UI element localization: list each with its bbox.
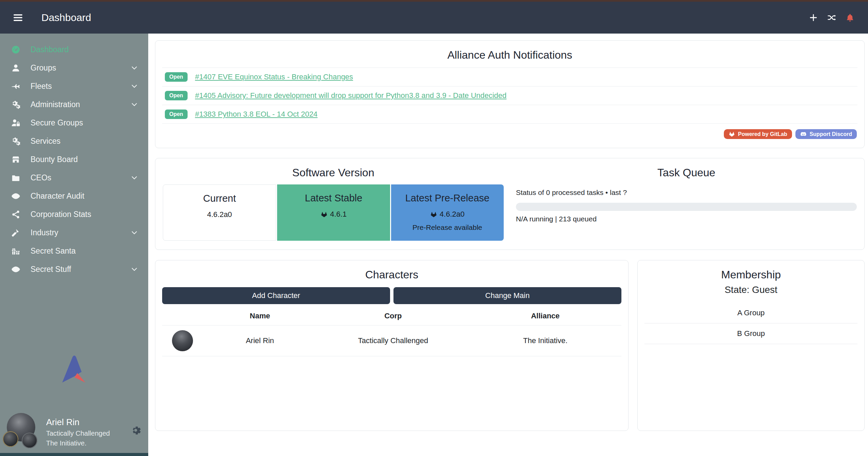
add-character-button[interactable]: Add Character [162, 287, 390, 304]
notification-link[interactable]: #1405 Advisory: Future development will … [195, 91, 506, 100]
sidebar-item-character-audit[interactable]: Character Audit [0, 187, 148, 205]
sidebar-item-corporation-stats[interactable]: Corporation Stats [0, 205, 148, 223]
sidebar-item-ceos[interactable]: CEOs [0, 168, 148, 187]
version-taskqueue-panel: Software Version Current4.6.2a0Latest St… [155, 158, 865, 250]
membership-panel: Membership State: Guest A GroupB Group [637, 260, 865, 431]
membership-title: Membership [638, 269, 864, 281]
change-main-button[interactable]: Change Main [393, 287, 621, 304]
version-note: Pre-Release available [391, 223, 504, 232]
character-portrait [172, 330, 193, 351]
sidebar-item-label: Secret Santa [31, 246, 76, 256]
sidebar-item-dashboard[interactable]: Dashboard [0, 40, 148, 59]
sidebar-toggle-button[interactable] [10, 10, 26, 25]
notifications-panel: Alliance Auth Notifications Open#1407 EV… [155, 40, 865, 148]
user-corp: Tactically Challenged [46, 430, 124, 437]
user-settings-button[interactable] [131, 425, 141, 436]
sidebar-item-label: Secure Groups [31, 118, 83, 127]
tachometer-icon [11, 45, 20, 54]
notifications-button[interactable] [842, 10, 858, 25]
sidebar-item-bounty-board[interactable]: Bounty Board [0, 150, 148, 168]
sidebar-item-secret-stuff[interactable]: Secret Stuff [0, 260, 148, 278]
cogs-icon [11, 137, 20, 146]
character-name: Ariel Rin [203, 331, 317, 350]
notification-link[interactable]: #1407 EVE Equinox Status - Breaking Chan… [195, 73, 353, 81]
gitlab-badge[interactable]: Powered by GitLab [724, 129, 792, 139]
gitlab-icon [430, 211, 437, 218]
fighter-jet-icon [11, 82, 20, 91]
hammer-icon [11, 228, 20, 237]
character-corp: Tactically Challenged [317, 331, 469, 350]
chevron-down-icon [131, 64, 138, 72]
character-alliance: The Initiative. [469, 331, 621, 350]
plus-icon [809, 13, 818, 22]
external-badges-row: Powered by GitLabSupport Discord [155, 124, 864, 146]
version-boxes: Current4.6.2a0Latest Stable4.6.1Latest P… [163, 184, 504, 241]
column-name: Name [203, 306, 317, 325]
notification-row: Open#1405 Advisory: Future development w… [162, 86, 857, 105]
sidebar-item-services[interactable]: Services [0, 132, 148, 150]
notification-row: Open#1407 EVE Equinox Status - Breaking … [162, 68, 857, 86]
software-version-section: Software Version Current4.6.2a0Latest St… [163, 158, 504, 243]
shuffle-icon [827, 13, 836, 22]
user-icon [11, 63, 20, 73]
sidebar-item-administration[interactable]: Administration [0, 95, 148, 114]
sidebar-item-fleets[interactable]: Fleets [0, 77, 148, 95]
characters-table-body: Ariel RinTactically ChallengedThe Initia… [162, 325, 621, 356]
sidebar-item-secure-groups[interactable]: Secure Groups [0, 114, 148, 132]
sidebar-item-label: Corporation Stats [31, 210, 91, 219]
sidebar-item-industry[interactable]: Industry [0, 223, 148, 242]
badge-label: Powered by GitLab [738, 131, 787, 137]
version-value: 4.6.1 [277, 210, 390, 219]
status-badge: Open [165, 72, 188, 82]
version-value: 4.6.2a0 [391, 210, 504, 219]
sidebar-item-label: CEOs [31, 173, 51, 182]
column-avatar [162, 311, 203, 321]
status-badge: Open [165, 110, 188, 119]
status-badge: Open [165, 91, 188, 100]
characters-panel: Characters Add Character Change Main Nam… [155, 260, 629, 431]
hamburger-icon [13, 13, 23, 23]
badge-label: Support Discord [810, 131, 852, 137]
gear-icon [131, 425, 141, 435]
sidebar: DashboardGroupsFleetsAdministrationSecur… [0, 34, 148, 456]
sidebar-item-label: Secret Stuff [31, 265, 71, 274]
chevron-down-icon [131, 82, 138, 90]
folder-icon [11, 173, 20, 182]
version-box-label: Current [163, 193, 276, 204]
version-box-label: Latest Pre-Release [391, 193, 504, 204]
version-box-current: Current4.6.2a0 [163, 184, 276, 241]
characters-buttons: Add Character Change Main [162, 287, 621, 304]
characters-title: Characters [155, 269, 628, 281]
characters-table: NameCorpAlliance Ariel RinTactically Cha… [162, 306, 621, 356]
page-title: Dashboard [41, 12, 91, 23]
eye-icon [11, 265, 20, 274]
add-character-nav-button[interactable] [806, 10, 821, 25]
chevron-down-icon [131, 174, 138, 181]
notification-link[interactable]: #1383 Python 3.8 EOL - 14 Oct 2024 [195, 110, 317, 119]
software-version-title: Software Version [163, 166, 504, 179]
sidebar-item-label: Fleets [31, 82, 52, 91]
task-queue-status: Status of 0 processed tasks • last ? [516, 189, 857, 197]
store-icon [11, 155, 20, 164]
sidebar-footer-strip [0, 453, 148, 456]
sidebar-item-groups[interactable]: Groups [0, 59, 148, 77]
bell-icon [845, 13, 855, 22]
eye-icon [11, 192, 20, 201]
notifications-title: Alliance Auth Notifications [155, 49, 864, 61]
version-box-prerelease: Latest Pre-Release4.6.2a0Pre-Release ava… [391, 184, 504, 241]
character-row: Ariel RinTactically ChallengedThe Initia… [162, 325, 621, 356]
task-queue-title: Task Queue [516, 166, 857, 179]
user-name: Ariel Rin [46, 417, 124, 428]
sidebar-item-secret-santa[interactable]: Secret Santa [0, 242, 148, 260]
task-queue-progressbar [516, 203, 857, 211]
sidebar-user-panel: Ariel Rin Tactically Challenged The Init… [0, 412, 148, 453]
sidebar-item-label: Character Audit [31, 192, 84, 201]
sidebar-menu: DashboardGroupsFleetsAdministrationSecur… [0, 40, 148, 278]
sidebar-item-label: Industry [31, 228, 58, 237]
switch-character-button[interactable] [824, 10, 840, 25]
chevron-down-icon [131, 265, 138, 273]
gitlab-icon [729, 131, 735, 137]
discord-icon [800, 131, 807, 137]
discord-badge[interactable]: Support Discord [795, 129, 857, 139]
task-queue-section: Task Queue Status of 0 processed tasks •… [516, 158, 857, 243]
